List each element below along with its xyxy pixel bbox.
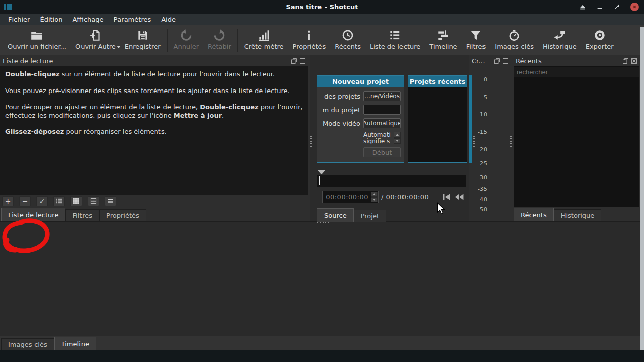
add-item-button[interactable]: + bbox=[2, 196, 14, 206]
recents-search-input[interactable] bbox=[514, 66, 639, 78]
keyframes-icon bbox=[508, 29, 521, 42]
open-other-icon bbox=[89, 29, 102, 42]
drag-handle[interactable] bbox=[317, 222, 329, 223]
update-item-button[interactable]: ✓ bbox=[36, 196, 48, 206]
view-details-button[interactable] bbox=[53, 196, 65, 206]
db-tick: -20 bbox=[469, 146, 487, 153]
view-icons-button[interactable] bbox=[88, 196, 99, 206]
timecode-spinbox[interactable]: 00:00:00:00 bbox=[322, 191, 379, 203]
new-project-card: Nouveau projet des projets …ne/Vidéos m … bbox=[317, 75, 404, 163]
shade-window-button[interactable] bbox=[579, 4, 586, 11]
filters-button[interactable]: Filtres bbox=[462, 28, 491, 51]
open-file-icon bbox=[30, 29, 43, 42]
open-other-button[interactable]: Ouvrir Autre bbox=[71, 28, 120, 51]
menu-edition[interactable]: Édition bbox=[35, 14, 67, 25]
project-name-input[interactable] bbox=[363, 105, 401, 115]
video-mode-dropdown[interactable]: Automatique bbox=[363, 118, 401, 128]
history-icon bbox=[553, 29, 566, 42]
db-tick: -35 bbox=[469, 186, 487, 192]
keyframes-button[interactable]: Images-clés bbox=[490, 28, 538, 51]
recent-projects-title: Projets récents bbox=[408, 76, 467, 87]
filters-icon bbox=[469, 29, 482, 42]
scrubber-bar[interactable] bbox=[317, 175, 466, 187]
db-tick: -5 bbox=[469, 94, 487, 101]
desktop-strip bbox=[640, 27, 644, 350]
recent-button[interactable]: Récents bbox=[330, 28, 365, 51]
menu-fichier[interactable]: Fichier bbox=[3, 14, 35, 25]
tab-timeline[interactable]: Timeline bbox=[54, 337, 96, 350]
tab-images-cles[interactable]: Images-clés bbox=[1, 338, 54, 350]
tab-source[interactable]: Source bbox=[317, 208, 354, 222]
spin-up-button[interactable] bbox=[394, 132, 401, 138]
close-panel-icon[interactable] bbox=[299, 58, 306, 64]
tab-recents[interactable]: Récents bbox=[514, 208, 554, 221]
start-button[interactable]: Début bbox=[363, 147, 401, 157]
playlist-menu-button[interactable] bbox=[105, 196, 116, 206]
timecode-up-button[interactable] bbox=[371, 192, 378, 197]
bottom-dock-tabs: Images-clés Timeline bbox=[0, 336, 640, 350]
splitter-handle[interactable] bbox=[310, 136, 312, 147]
menu-affichage[interactable]: Affichage bbox=[67, 14, 108, 25]
view-tiles-button[interactable] bbox=[70, 196, 82, 206]
tab-filtres[interactable]: Filtres bbox=[65, 209, 99, 221]
float-panel-icon[interactable] bbox=[622, 58, 629, 64]
tab-liste-de-lecture[interactable]: Liste de lecture bbox=[1, 208, 65, 221]
playlist-toolbar: + − ✓ bbox=[0, 195, 308, 207]
taskbar: Menu Archlinux.fr [Forums] - P... Sans t… bbox=[0, 350, 644, 362]
minimize-button[interactable] bbox=[596, 4, 603, 11]
menu-aide[interactable]: Aide bbox=[156, 14, 181, 25]
peak-meter-panel-header: Cr... bbox=[469, 55, 511, 66]
video-mode-label: Mode vidéo bbox=[317, 120, 363, 127]
projects-folder-button[interactable]: …ne/Vidéos bbox=[363, 91, 401, 101]
hamburger-menu-icon bbox=[107, 198, 114, 204]
recent-icon bbox=[341, 29, 354, 42]
menu-parametres[interactable]: Paramètres bbox=[109, 14, 156, 25]
open-file-button[interactable]: Ouvrir un fichier... bbox=[3, 28, 71, 51]
redo-icon bbox=[213, 29, 226, 42]
history-button[interactable]: Historique bbox=[538, 28, 581, 51]
playlist-button[interactable]: Liste de lecture bbox=[365, 28, 425, 51]
grid-view-icon bbox=[73, 198, 79, 204]
recents-list[interactable] bbox=[514, 78, 639, 207]
db-tick: -50 bbox=[469, 206, 487, 213]
peak-meter-button[interactable]: Crête-mètre bbox=[239, 28, 288, 51]
timeline-button[interactable]: Timeline bbox=[425, 28, 461, 51]
maximize-button[interactable] bbox=[613, 4, 620, 11]
timecode-down-button[interactable] bbox=[371, 197, 378, 202]
float-panel-icon[interactable] bbox=[291, 58, 297, 64]
playhead-triangle[interactable] bbox=[318, 170, 325, 174]
tab-historique[interactable]: Historique bbox=[554, 209, 602, 221]
right-dock-tabs: Récents Historique bbox=[514, 207, 601, 221]
close-panel-icon[interactable] bbox=[502, 58, 509, 64]
undo-button[interactable]: Annuler bbox=[169, 28, 204, 51]
splitter-handle[interactable] bbox=[510, 136, 512, 147]
list-view-icon bbox=[56, 198, 62, 204]
properties-icon bbox=[302, 29, 315, 42]
tab-proprietes[interactable]: Propriétés bbox=[99, 209, 146, 221]
export-button[interactable]: Exporter bbox=[581, 28, 618, 51]
redo-button[interactable]: Rétabir bbox=[203, 28, 236, 51]
recent-projects-list[interactable] bbox=[408, 87, 467, 162]
spin-down-button[interactable] bbox=[394, 138, 401, 144]
table-view-icon bbox=[90, 198, 97, 204]
video-mode-hint-spinbox[interactable]: Automatisignifie s bbox=[363, 132, 401, 144]
properties-button[interactable]: Propriétés bbox=[288, 28, 331, 51]
playlist-panel-title: Liste de lecture bbox=[3, 57, 53, 65]
toolbar-separator bbox=[167, 29, 168, 52]
tab-projet[interactable]: Projet bbox=[354, 210, 386, 222]
save-button[interactable]: Enregistrer bbox=[120, 28, 166, 51]
new-project-title: Nouveau projet bbox=[317, 76, 404, 87]
close-panel-icon[interactable] bbox=[631, 58, 637, 64]
splitter-handle[interactable] bbox=[473, 136, 475, 147]
rewind-button[interactable] bbox=[454, 192, 465, 202]
player-tabs: Source Projet bbox=[317, 208, 386, 222]
float-panel-icon[interactable] bbox=[494, 58, 500, 64]
undo-icon bbox=[180, 29, 193, 42]
playlist-info-text: Double-cliquez sur un élément de la list… bbox=[0, 66, 308, 195]
close-button[interactable] bbox=[630, 3, 639, 11]
skip-to-start-button[interactable] bbox=[441, 192, 452, 202]
remove-item-button[interactable]: − bbox=[19, 196, 31, 206]
menu-bar: Fichier Édition Affichage Paramètres Aid… bbox=[0, 14, 644, 25]
db-tick: -40 bbox=[469, 196, 487, 203]
recents-panel-title: Récents bbox=[516, 57, 542, 65]
